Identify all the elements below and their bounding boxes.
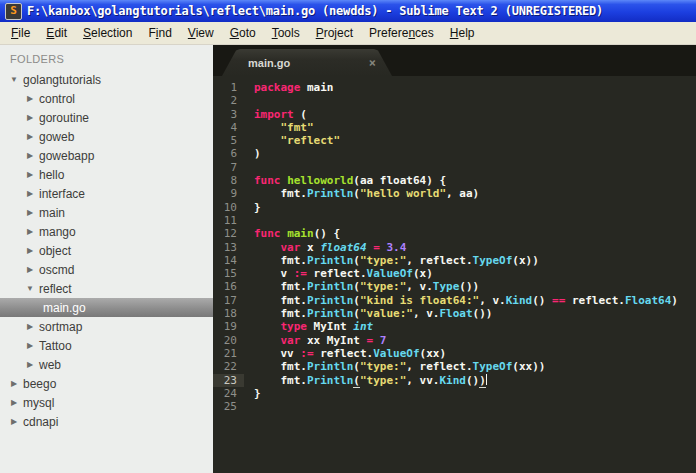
tree-item-main-go[interactable]: main.go <box>0 298 213 317</box>
menu-goto[interactable]: Goto <box>222 24 264 42</box>
menu-preferences[interactable]: Preferences <box>361 24 442 42</box>
menu-selection[interactable]: Selection <box>75 24 140 42</box>
code-line-2[interactable]: 2 <box>213 94 696 107</box>
code-line-6[interactable]: 6) <box>213 147 696 160</box>
code-line-16[interactable]: 16 fmt.Println("type:", v.Type()) <box>213 280 696 293</box>
text-cursor <box>486 374 487 385</box>
menu-view[interactable]: View <box>180 24 222 42</box>
code-line-24[interactable]: 24} <box>213 387 696 400</box>
tree-item-main[interactable]: ▶main <box>0 203 213 222</box>
triangle-down-icon[interactable]: ▼ <box>8 75 20 84</box>
menu-find[interactable]: Find <box>140 24 179 42</box>
code-line-10[interactable]: 10} <box>213 201 696 214</box>
tree-item-cdnapi[interactable]: ▶cdnapi <box>0 412 213 431</box>
triangle-right-icon[interactable]: ▶ <box>8 398 20 407</box>
tree-item-label: cdnapi <box>20 415 58 429</box>
code-line-19[interactable]: 19 type MyInt int <box>213 320 696 333</box>
tree-item-label: hello <box>36 168 64 182</box>
line-number: 10 <box>213 201 244 214</box>
menu-project[interactable]: Project <box>308 24 361 42</box>
tab-main-go[interactable]: main.go × <box>222 49 392 76</box>
code-line-21[interactable]: 21 vv := reflect.ValueOf(xx) <box>213 347 696 360</box>
line-content: } <box>244 201 261 214</box>
triangle-right-icon[interactable]: ▶ <box>24 208 36 217</box>
code-line-11[interactable]: 11 <box>213 214 696 227</box>
code-editor[interactable]: 1package main23import (4 "fmt"5 "reflect… <box>213 76 696 473</box>
tab-close-icon[interactable]: × <box>369 56 376 70</box>
line-content <box>244 400 254 413</box>
menu-help[interactable]: Help <box>442 24 483 42</box>
code-line-18[interactable]: 18 fmt.Println("value:", v.Float()) <box>213 307 696 320</box>
line-number: 4 <box>213 121 244 134</box>
folders-header: FOLDERS <box>0 45 213 70</box>
code-line-9[interactable]: 9 fmt.Println("hello world", aa) <box>213 187 696 200</box>
triangle-right-icon[interactable]: ▶ <box>8 417 20 426</box>
code-line-8[interactable]: 8func helloworld(aa float64) { <box>213 174 696 187</box>
menu-edit[interactable]: Edit <box>38 24 75 42</box>
triangle-down-icon[interactable]: ▼ <box>24 284 36 293</box>
code-line-25[interactable]: 25 <box>213 400 696 413</box>
code-line-23[interactable]: 23 fmt.Println("type:", vv.Kind()) <box>213 374 696 387</box>
code-line-17[interactable]: 17 fmt.Println("kind is float64:", v.Kin… <box>213 294 696 307</box>
triangle-right-icon[interactable]: ▶ <box>8 379 20 388</box>
code-line-22[interactable]: 22 fmt.Println("type:", reflect.TypeOf(x… <box>213 360 696 373</box>
tree-item-sortmap[interactable]: ▶sortmap <box>0 317 213 336</box>
tree-item-interface[interactable]: ▶interface <box>0 184 213 203</box>
triangle-right-icon[interactable]: ▶ <box>24 132 36 141</box>
tree-item-golangtutorials[interactable]: ▼golangtutorials <box>0 70 213 89</box>
tree-item-reflect[interactable]: ▼reflect <box>0 279 213 298</box>
triangle-right-icon[interactable]: ▶ <box>24 113 36 122</box>
line-number: 15 <box>213 267 244 280</box>
code-line-13[interactable]: 13 var x float64 = 3.4 <box>213 241 696 254</box>
code-line-20[interactable]: 20 var xx MyInt = 7 <box>213 334 696 347</box>
tree-item-beego[interactable]: ▶beego <box>0 374 213 393</box>
line-number: 14 <box>213 254 244 267</box>
tree-item-web[interactable]: ▶web <box>0 355 213 374</box>
code-line-3[interactable]: 3import ( <box>213 108 696 121</box>
title-bar[interactable]: S F:\kanbox\golangtutorials\reflect\main… <box>0 0 696 22</box>
tree-item-mysql[interactable]: ▶mysql <box>0 393 213 412</box>
code-line-14[interactable]: 14 fmt.Println("type:", reflect.TypeOf(x… <box>213 254 696 267</box>
tree-item-tattoo[interactable]: ▶Tattoo <box>0 336 213 355</box>
triangle-right-icon[interactable]: ▶ <box>24 227 36 236</box>
line-content: fmt.Println("type:", reflect.TypeOf(x)) <box>244 254 539 267</box>
triangle-right-icon[interactable]: ▶ <box>24 322 36 331</box>
tree-item-mango[interactable]: ▶mango <box>0 222 213 241</box>
menu-tools[interactable]: Tools <box>264 24 308 42</box>
tree-item-label: mysql <box>20 396 54 410</box>
code-line-1[interactable]: 1package main <box>213 81 696 94</box>
menu-file[interactable]: File <box>3 24 38 42</box>
code-line-7[interactable]: 7 <box>213 161 696 174</box>
tree-item-control[interactable]: ▶control <box>0 89 213 108</box>
tree-item-label: main.go <box>40 301 86 315</box>
line-content: var xx MyInt = 7 <box>244 334 386 347</box>
tree-item-object[interactable]: ▶object <box>0 241 213 260</box>
tree-item-hello[interactable]: ▶hello <box>0 165 213 184</box>
triangle-right-icon[interactable]: ▶ <box>24 265 36 274</box>
tree-item-label: goweb <box>36 130 74 144</box>
code-line-12[interactable]: 12func main() { <box>213 227 696 240</box>
triangle-right-icon[interactable]: ▶ <box>24 189 36 198</box>
triangle-right-icon[interactable]: ▶ <box>24 170 36 179</box>
triangle-right-icon[interactable]: ▶ <box>24 341 36 350</box>
triangle-right-icon[interactable]: ▶ <box>24 246 36 255</box>
line-number: 3 <box>213 108 244 121</box>
triangle-right-icon[interactable]: ▶ <box>24 94 36 103</box>
tree-item-goroutine[interactable]: ▶goroutine <box>0 108 213 127</box>
code-line-4[interactable]: 4 "fmt" <box>213 121 696 134</box>
tree-item-label: oscmd <box>36 263 74 277</box>
tree-item-oscmd[interactable]: ▶oscmd <box>0 260 213 279</box>
code-line-15[interactable]: 15 v := reflect.ValueOf(x) <box>213 267 696 280</box>
line-number: 25 <box>213 400 244 413</box>
tree-item-goweb[interactable]: ▶goweb <box>0 127 213 146</box>
line-content: fmt.Println("hello world", aa) <box>244 187 479 200</box>
tree-item-label: control <box>36 92 75 106</box>
code-line-5[interactable]: 5 "reflect" <box>213 134 696 147</box>
triangle-right-icon[interactable]: ▶ <box>24 151 36 160</box>
line-content: fmt.Println("type:", reflect.TypeOf(xx)) <box>244 360 545 373</box>
line-number: 6 <box>213 147 244 160</box>
triangle-right-icon[interactable]: ▶ <box>24 360 36 369</box>
tree-item-gowebapp[interactable]: ▶gowebapp <box>0 146 213 165</box>
line-content: type MyInt int <box>244 320 373 333</box>
line-content: fmt.Println("type:", v.Type()) <box>244 280 479 293</box>
